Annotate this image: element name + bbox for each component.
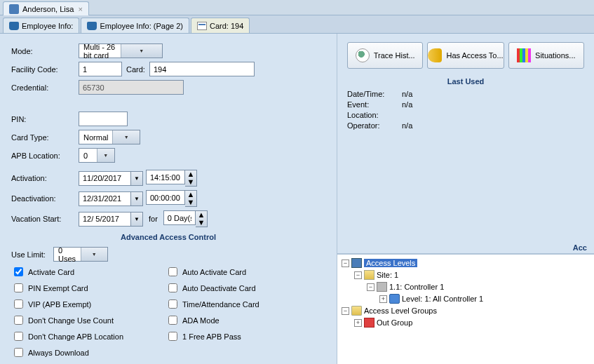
activate-card-checkbox[interactable]: Activate Card bbox=[11, 265, 123, 278]
collapse-icon[interactable]: − bbox=[367, 283, 374, 291]
card-number-input[interactable] bbox=[149, 62, 255, 76]
pin-exempt-checkbox[interactable]: PIN Exempt Card bbox=[11, 281, 123, 295]
vacation-days-input[interactable] bbox=[163, 210, 196, 225]
tab-label: Employee Info: bbox=[22, 22, 73, 30]
pin-label: PIN: bbox=[11, 115, 79, 123]
tree-label: 1.1: Controller 1 bbox=[389, 283, 444, 291]
tab-employee-info-2[interactable]: Employee Info: (Page 2) bbox=[81, 18, 189, 33]
close-icon[interactable]: × bbox=[78, 5, 82, 13]
vacation-days[interactable]: ▲▼ bbox=[163, 210, 208, 227]
pin-input[interactable] bbox=[79, 112, 128, 126]
tab-label: Card: 194 bbox=[210, 22, 243, 30]
operator-value: n/a bbox=[402, 121, 412, 130]
credential-input bbox=[79, 80, 184, 95]
expand-icon[interactable]: + bbox=[379, 295, 387, 303]
vacation-for-label: for bbox=[149, 215, 158, 223]
advanced-section-title: Advanced Access Control bbox=[11, 233, 325, 241]
collapse-icon[interactable]: − bbox=[342, 307, 349, 315]
chevron-down-icon[interactable]: ▼ bbox=[112, 130, 140, 144]
site-icon bbox=[364, 270, 374, 280]
vip-checkbox[interactable]: VIP (APB Exempt) bbox=[11, 297, 123, 311]
access-tree[interactable]: − Access Levels − Site: 1 − 1.1: Control… bbox=[337, 254, 594, 365]
apb-location-value: 0 bbox=[79, 151, 97, 160]
spinner-buttons[interactable]: ▲▼ bbox=[185, 190, 197, 207]
deactivation-date[interactable]: ▼ bbox=[79, 191, 143, 206]
mode-value: Multi - 26 bit card bbox=[79, 43, 121, 60]
operator-label: Operator: bbox=[347, 121, 402, 130]
situations-button[interactable]: Situations... bbox=[508, 42, 584, 69]
tree-node-controller[interactable]: − 1.1: Controller 1 bbox=[342, 281, 590, 293]
deactivation-time-input[interactable] bbox=[146, 190, 185, 205]
use-limit-combo[interactable]: 0 Uses ▼ bbox=[53, 247, 108, 262]
trace-icon bbox=[356, 48, 370, 62]
location-label: Location: bbox=[347, 111, 402, 119]
controller-icon bbox=[377, 282, 387, 292]
card-number-label: Card: bbox=[126, 65, 145, 74]
datetime-value: n/a bbox=[402, 90, 412, 98]
card-type-label: Card Type: bbox=[11, 133, 79, 142]
situations-icon bbox=[517, 48, 531, 62]
access-section-header: Acc bbox=[337, 243, 594, 254]
tree-label: Access Level Groups bbox=[364, 306, 437, 315]
apb-location-label: APB Location: bbox=[11, 151, 79, 160]
facility-code-input[interactable] bbox=[79, 62, 122, 76]
record-tab-label: Anderson, Lisa bbox=[22, 5, 74, 13]
monitor-icon bbox=[351, 258, 362, 268]
tree-label: Access Levels bbox=[364, 259, 417, 267]
activation-time[interactable]: ▲▼ bbox=[146, 170, 197, 187]
use-limit-value: 0 Uses bbox=[54, 246, 81, 263]
tab-employee-info[interactable]: Employee Info: bbox=[3, 18, 79, 33]
trace-history-button[interactable]: Trace Hist... bbox=[347, 42, 423, 69]
has-access-to-button[interactable]: Has Access To... bbox=[427, 42, 504, 69]
one-free-apb-checkbox[interactable]: 1 Free APB Pass bbox=[166, 330, 259, 343]
folder-icon bbox=[351, 306, 362, 316]
vacation-date-input[interactable] bbox=[79, 212, 131, 227]
ada-mode-checkbox[interactable]: ADA Mode bbox=[166, 314, 259, 327]
chevron-down-icon[interactable]: ▼ bbox=[97, 149, 115, 162]
spinner-buttons[interactable]: ▲▼ bbox=[185, 170, 197, 187]
tree-node-level[interactable]: + Level: 1: All Controller 1 bbox=[342, 293, 590, 305]
card-type-value: Normal bbox=[79, 133, 112, 142]
credential-label: Credential: bbox=[11, 83, 79, 92]
chevron-down-icon[interactable]: ▼ bbox=[81, 248, 108, 261]
deactivation-time[interactable]: ▲▼ bbox=[146, 190, 197, 207]
auto-activate-checkbox[interactable]: Auto Activate Card bbox=[166, 265, 259, 278]
tree-node-out-group[interactable]: + Out Group bbox=[342, 317, 590, 329]
level-icon bbox=[389, 294, 400, 304]
always-download-checkbox[interactable]: Always Download bbox=[11, 346, 123, 359]
record-tab[interactable]: Anderson, Lisa × bbox=[3, 1, 89, 15]
window-title-tabs: Anderson, Lisa × bbox=[0, 0, 594, 15]
activation-date-input[interactable] bbox=[79, 171, 131, 186]
chevron-down-icon[interactable]: ▼ bbox=[131, 171, 143, 186]
tree-node-groups[interactable]: − Access Level Groups bbox=[342, 305, 590, 317]
activation-time-input[interactable] bbox=[146, 170, 185, 184]
collapse-icon[interactable]: − bbox=[342, 259, 349, 267]
apb-location-combo[interactable]: 0 ▼ bbox=[79, 148, 115, 163]
chevron-down-icon[interactable]: ▼ bbox=[131, 212, 143, 227]
dont-change-apb-checkbox[interactable]: Don't Change APB Location bbox=[11, 330, 123, 343]
event-value: n/a bbox=[402, 100, 412, 109]
expand-icon[interactable]: + bbox=[354, 319, 362, 327]
collapse-icon[interactable]: − bbox=[354, 271, 362, 279]
card-type-combo[interactable]: Normal ▼ bbox=[79, 130, 140, 144]
dont-change-use-checkbox[interactable]: Don't Change Use Count bbox=[11, 314, 123, 327]
auto-deactivate-checkbox[interactable]: Auto Deactivate Card bbox=[166, 281, 259, 295]
vacation-date[interactable]: ▼ bbox=[79, 212, 143, 227]
activation-label: Activation: bbox=[11, 174, 79, 182]
deactivation-label: Deactivation: bbox=[11, 194, 79, 203]
spinner-buttons[interactable]: ▲▼ bbox=[196, 210, 208, 227]
group-icon bbox=[364, 318, 374, 328]
tree-node-access-levels[interactable]: − Access Levels bbox=[342, 257, 590, 269]
person-icon bbox=[9, 22, 19, 30]
chevron-down-icon[interactable]: ▼ bbox=[131, 191, 143, 206]
tab-card[interactable]: Card: 194 bbox=[191, 18, 250, 33]
tree-node-site[interactable]: − Site: 1 bbox=[342, 269, 590, 281]
time-attendance-checkbox[interactable]: Time/Attendance Card bbox=[166, 297, 259, 311]
tree-label: Site: 1 bbox=[377, 271, 398, 279]
activation-date[interactable]: ▼ bbox=[79, 171, 143, 186]
chevron-down-icon[interactable]: ▼ bbox=[121, 44, 163, 58]
person-plus-icon bbox=[87, 22, 97, 30]
mode-label: Mode: bbox=[11, 47, 79, 55]
mode-combo[interactable]: Multi - 26 bit card ▼ bbox=[79, 43, 163, 58]
deactivation-date-input[interactable] bbox=[79, 191, 131, 206]
